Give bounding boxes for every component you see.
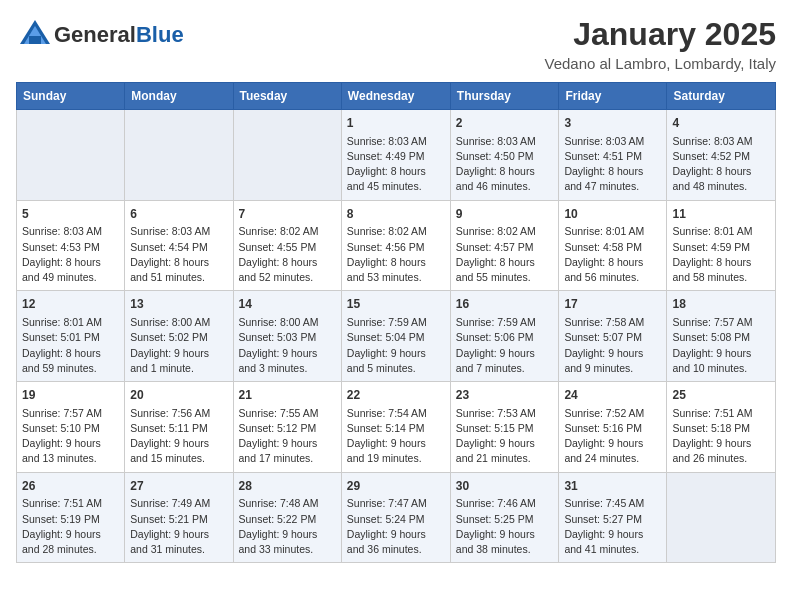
calendar-cell: 7Sunrise: 8:02 AM Sunset: 4:55 PM Daylig… bbox=[233, 200, 341, 291]
calendar-cell: 2Sunrise: 8:03 AM Sunset: 4:50 PM Daylig… bbox=[450, 110, 559, 201]
calendar-cell: 20Sunrise: 7:56 AM Sunset: 5:11 PM Dayli… bbox=[125, 382, 233, 473]
day-number: 13 bbox=[130, 296, 227, 313]
calendar-cell bbox=[17, 110, 125, 201]
day-of-week-header: Sunday bbox=[17, 83, 125, 110]
calendar-cell: 11Sunrise: 8:01 AM Sunset: 4:59 PM Dayli… bbox=[667, 200, 776, 291]
calendar-table: SundayMondayTuesdayWednesdayThursdayFrid… bbox=[16, 82, 776, 563]
day-number: 24 bbox=[564, 387, 661, 404]
calendar-cell: 25Sunrise: 7:51 AM Sunset: 5:18 PM Dayli… bbox=[667, 382, 776, 473]
day-info: Sunrise: 7:49 AM Sunset: 5:21 PM Dayligh… bbox=[130, 496, 227, 557]
day-number: 8 bbox=[347, 206, 445, 223]
page-header: GeneralBlue January 2025 Vedano al Lambr… bbox=[16, 16, 776, 72]
day-info: Sunrise: 7:51 AM Sunset: 5:18 PM Dayligh… bbox=[672, 406, 770, 467]
day-info: Sunrise: 8:01 AM Sunset: 5:01 PM Dayligh… bbox=[22, 315, 119, 376]
calendar-cell: 4Sunrise: 8:03 AM Sunset: 4:52 PM Daylig… bbox=[667, 110, 776, 201]
calendar-cell: 15Sunrise: 7:59 AM Sunset: 5:04 PM Dayli… bbox=[341, 291, 450, 382]
day-info: Sunrise: 7:57 AM Sunset: 5:10 PM Dayligh… bbox=[22, 406, 119, 467]
day-number: 18 bbox=[672, 296, 770, 313]
day-info: Sunrise: 7:45 AM Sunset: 5:27 PM Dayligh… bbox=[564, 496, 661, 557]
day-info: Sunrise: 8:02 AM Sunset: 4:55 PM Dayligh… bbox=[239, 224, 336, 285]
calendar-cell: 26Sunrise: 7:51 AM Sunset: 5:19 PM Dayli… bbox=[17, 472, 125, 563]
day-number: 11 bbox=[672, 206, 770, 223]
month-title: January 2025 bbox=[544, 16, 776, 53]
day-number: 12 bbox=[22, 296, 119, 313]
day-number: 9 bbox=[456, 206, 554, 223]
calendar-cell: 24Sunrise: 7:52 AM Sunset: 5:16 PM Dayli… bbox=[559, 382, 667, 473]
day-number: 7 bbox=[239, 206, 336, 223]
day-number: 21 bbox=[239, 387, 336, 404]
day-info: Sunrise: 7:55 AM Sunset: 5:12 PM Dayligh… bbox=[239, 406, 336, 467]
day-info: Sunrise: 8:02 AM Sunset: 4:56 PM Dayligh… bbox=[347, 224, 445, 285]
day-number: 23 bbox=[456, 387, 554, 404]
day-info: Sunrise: 7:47 AM Sunset: 5:24 PM Dayligh… bbox=[347, 496, 445, 557]
calendar-cell: 30Sunrise: 7:46 AM Sunset: 5:25 PM Dayli… bbox=[450, 472, 559, 563]
logo: GeneralBlue bbox=[16, 16, 184, 54]
day-info: Sunrise: 7:59 AM Sunset: 5:06 PM Dayligh… bbox=[456, 315, 554, 376]
calendar-cell: 14Sunrise: 8:00 AM Sunset: 5:03 PM Dayli… bbox=[233, 291, 341, 382]
calendar-cell: 23Sunrise: 7:53 AM Sunset: 5:15 PM Dayli… bbox=[450, 382, 559, 473]
day-number: 15 bbox=[347, 296, 445, 313]
day-info: Sunrise: 8:01 AM Sunset: 4:58 PM Dayligh… bbox=[564, 224, 661, 285]
logo-icon bbox=[16, 16, 54, 54]
day-number: 6 bbox=[130, 206, 227, 223]
day-info: Sunrise: 8:03 AM Sunset: 4:49 PM Dayligh… bbox=[347, 134, 445, 195]
day-of-week-header: Saturday bbox=[667, 83, 776, 110]
calendar-week-row: 12Sunrise: 8:01 AM Sunset: 5:01 PM Dayli… bbox=[17, 291, 776, 382]
calendar-week-row: 1Sunrise: 8:03 AM Sunset: 4:49 PM Daylig… bbox=[17, 110, 776, 201]
day-info: Sunrise: 8:03 AM Sunset: 4:51 PM Dayligh… bbox=[564, 134, 661, 195]
day-number: 30 bbox=[456, 478, 554, 495]
calendar-cell: 18Sunrise: 7:57 AM Sunset: 5:08 PM Dayli… bbox=[667, 291, 776, 382]
calendar-cell: 16Sunrise: 7:59 AM Sunset: 5:06 PM Dayli… bbox=[450, 291, 559, 382]
title-block: January 2025 Vedano al Lambro, Lombardy,… bbox=[544, 16, 776, 72]
calendar-cell: 13Sunrise: 8:00 AM Sunset: 5:02 PM Dayli… bbox=[125, 291, 233, 382]
day-of-week-header: Wednesday bbox=[341, 83, 450, 110]
location-title: Vedano al Lambro, Lombardy, Italy bbox=[544, 55, 776, 72]
logo-blue: Blue bbox=[136, 22, 184, 47]
day-number: 14 bbox=[239, 296, 336, 313]
day-info: Sunrise: 7:52 AM Sunset: 5:16 PM Dayligh… bbox=[564, 406, 661, 467]
calendar-cell: 22Sunrise: 7:54 AM Sunset: 5:14 PM Dayli… bbox=[341, 382, 450, 473]
calendar-cell bbox=[233, 110, 341, 201]
calendar-cell: 10Sunrise: 8:01 AM Sunset: 4:58 PM Dayli… bbox=[559, 200, 667, 291]
day-info: Sunrise: 7:54 AM Sunset: 5:14 PM Dayligh… bbox=[347, 406, 445, 467]
calendar-cell: 3Sunrise: 8:03 AM Sunset: 4:51 PM Daylig… bbox=[559, 110, 667, 201]
day-number: 16 bbox=[456, 296, 554, 313]
day-number: 20 bbox=[130, 387, 227, 404]
day-of-week-header: Tuesday bbox=[233, 83, 341, 110]
calendar-cell: 5Sunrise: 8:03 AM Sunset: 4:53 PM Daylig… bbox=[17, 200, 125, 291]
day-info: Sunrise: 7:51 AM Sunset: 5:19 PM Dayligh… bbox=[22, 496, 119, 557]
day-info: Sunrise: 7:48 AM Sunset: 5:22 PM Dayligh… bbox=[239, 496, 336, 557]
day-info: Sunrise: 8:01 AM Sunset: 4:59 PM Dayligh… bbox=[672, 224, 770, 285]
day-number: 1 bbox=[347, 115, 445, 132]
day-number: 2 bbox=[456, 115, 554, 132]
calendar-cell: 1Sunrise: 8:03 AM Sunset: 4:49 PM Daylig… bbox=[341, 110, 450, 201]
calendar-cell: 29Sunrise: 7:47 AM Sunset: 5:24 PM Dayli… bbox=[341, 472, 450, 563]
calendar-week-row: 5Sunrise: 8:03 AM Sunset: 4:53 PM Daylig… bbox=[17, 200, 776, 291]
calendar-cell: 27Sunrise: 7:49 AM Sunset: 5:21 PM Dayli… bbox=[125, 472, 233, 563]
day-info: Sunrise: 7:56 AM Sunset: 5:11 PM Dayligh… bbox=[130, 406, 227, 467]
day-info: Sunrise: 7:58 AM Sunset: 5:07 PM Dayligh… bbox=[564, 315, 661, 376]
svg-rect-2 bbox=[29, 36, 41, 44]
calendar-cell: 21Sunrise: 7:55 AM Sunset: 5:12 PM Dayli… bbox=[233, 382, 341, 473]
day-number: 4 bbox=[672, 115, 770, 132]
day-of-week-header: Monday bbox=[125, 83, 233, 110]
day-number: 3 bbox=[564, 115, 661, 132]
calendar-cell: 19Sunrise: 7:57 AM Sunset: 5:10 PM Dayli… bbox=[17, 382, 125, 473]
calendar-cell: 31Sunrise: 7:45 AM Sunset: 5:27 PM Dayli… bbox=[559, 472, 667, 563]
day-info: Sunrise: 8:03 AM Sunset: 4:52 PM Dayligh… bbox=[672, 134, 770, 195]
day-info: Sunrise: 8:00 AM Sunset: 5:02 PM Dayligh… bbox=[130, 315, 227, 376]
day-info: Sunrise: 7:46 AM Sunset: 5:25 PM Dayligh… bbox=[456, 496, 554, 557]
day-number: 22 bbox=[347, 387, 445, 404]
day-of-week-header: Thursday bbox=[450, 83, 559, 110]
day-number: 26 bbox=[22, 478, 119, 495]
calendar-header-row: SundayMondayTuesdayWednesdayThursdayFrid… bbox=[17, 83, 776, 110]
day-number: 19 bbox=[22, 387, 119, 404]
day-number: 31 bbox=[564, 478, 661, 495]
day-of-week-header: Friday bbox=[559, 83, 667, 110]
calendar-cell: 9Sunrise: 8:02 AM Sunset: 4:57 PM Daylig… bbox=[450, 200, 559, 291]
calendar-cell: 17Sunrise: 7:58 AM Sunset: 5:07 PM Dayli… bbox=[559, 291, 667, 382]
calendar-cell: 28Sunrise: 7:48 AM Sunset: 5:22 PM Dayli… bbox=[233, 472, 341, 563]
calendar-week-row: 19Sunrise: 7:57 AM Sunset: 5:10 PM Dayli… bbox=[17, 382, 776, 473]
day-number: 17 bbox=[564, 296, 661, 313]
day-info: Sunrise: 8:03 AM Sunset: 4:53 PM Dayligh… bbox=[22, 224, 119, 285]
